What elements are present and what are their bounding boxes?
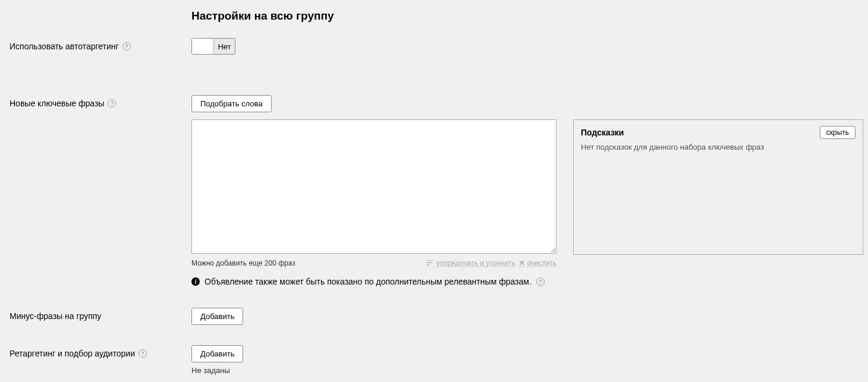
minus-content: Добавить [191,308,556,325]
autotargeting-control: Нет [191,38,556,56]
suggest-words-button[interactable]: Подобрать слова [191,95,272,112]
hide-hints-button[interactable]: скрыть [820,126,856,139]
sort-refine-action[interactable]: упорядочить и уточнить [427,259,515,267]
hints-header: Подсказки скрыть [581,126,856,139]
hints-title: Подсказки [581,128,624,137]
keywords-info-text: Объявление также может быть показано по … [205,277,532,286]
retargeting-status: Не заданы [191,366,556,375]
autotargeting-row: Использовать автотаргетинг ? Нет [10,38,863,56]
textarea-actions: упорядочить и уточнить ✕ очистить [427,259,556,267]
keywords-textarea-wrap: Можно добавить еще 200 фраз упорядочить … [191,119,556,303]
sort-refine-label: упорядочить и уточнить [436,259,515,267]
hints-panel: Подсказки скрыть Нет подсказок для данно… [573,119,863,255]
add-minus-button[interactable]: Добавить [191,308,243,325]
minus-phrases-row: Минус-фразы на группу Добавить [10,308,863,325]
keywords-area: Можно добавить еще 200 фраз упорядочить … [191,119,863,303]
help-icon[interactable]: ? [108,99,116,108]
help-icon[interactable]: ? [122,42,131,50]
keywords-row: Новые ключевые фразы ? Подобрать слова М… [10,95,863,303]
page-title: Настройки на всю группу [191,10,863,23]
retargeting-content: Добавить Не заданы [191,345,556,375]
close-icon: ✕ [519,259,525,267]
toggle-off-segment[interactable]: Нет [213,39,235,54]
minus-label-col: Минус-фразы на группу [10,308,191,321]
clear-label: очистить [527,259,556,267]
retargeting-label-col: Ретаргетинг и подбор аудитории ? [10,345,191,358]
add-retargeting-button[interactable]: Добавить [191,345,243,362]
retargeting-label: Ретаргетинг и подбор аудитории [10,349,135,358]
keywords-content: Подобрать слова Можно добавить еще 200 ф… [191,95,863,303]
settings-form: Настройки на всю группу Использовать авт… [0,0,868,382]
help-icon[interactable]: ? [139,349,147,358]
keywords-textarea[interactable] [191,119,556,254]
textarea-footer: Можно добавить еще 200 фраз упорядочить … [191,259,556,267]
keywords-label: Новые ключевые фразы [10,99,104,108]
clear-action[interactable]: ✕ очистить [519,259,556,267]
keywords-info-line: i Объявление также может быть показано п… [191,277,556,286]
sort-icon [427,260,434,266]
info-icon: i [191,277,200,286]
keywords-label-col: Новые ключевые фразы ? [10,95,191,108]
retargeting-row: Ретаргетинг и подбор аудитории ? Добавит… [10,345,863,375]
hints-empty-text: Нет подсказок для данного набора ключевы… [581,143,856,151]
minus-label: Минус-фразы на группу [10,311,101,321]
help-icon[interactable]: ? [536,277,545,286]
autotargeting-toggle[interactable]: Нет [191,38,235,55]
autotargeting-label: Использовать автотаргетинг [10,42,119,51]
autotargeting-label-col: Использовать автотаргетинг ? [10,38,191,51]
toggle-on-segment[interactable] [192,39,213,54]
keywords-remaining: Можно добавить еще 200 фраз [191,259,295,267]
